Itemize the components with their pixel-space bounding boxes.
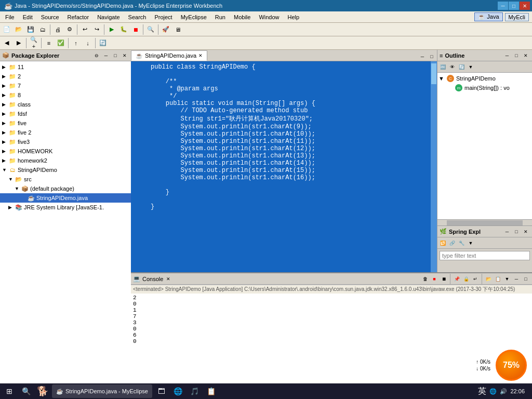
spring-tool-1[interactable]: 🔁 — [438, 239, 447, 247]
prev-annotation[interactable]: ↑ — [70, 37, 82, 49]
tree-item-class[interactable]: ▶ 📁 class — [0, 100, 131, 109]
tree-item-7[interactable]: ▶ 📁 7 — [0, 81, 131, 90]
outline-maximize-button[interactable]: □ — [512, 51, 521, 60]
menu-navigate[interactable]: Navigate — [93, 13, 124, 21]
forward-button[interactable]: ▶ — [13, 37, 24, 49]
menu-myeclipse[interactable]: MyEclipse — [177, 13, 211, 21]
tree-item-homework[interactable]: ▶ 📁 HOMEWORK — [0, 147, 131, 156]
editor-maximize-button[interactable]: □ — [428, 52, 436, 61]
console-scroll-lock[interactable]: 🔒 — [462, 275, 470, 283]
extra-app-button[interactable]: 📋 — [204, 384, 219, 398]
menu-help[interactable]: Help — [284, 13, 304, 21]
spring-close-button[interactable]: ✕ — [522, 228, 530, 236]
music-button[interactable]: 🎵 — [188, 384, 202, 398]
tree-item-fdsf[interactable]: ▶ 📁 fdsf — [0, 109, 131, 118]
outline-sort-button[interactable]: 🔤 — [438, 63, 447, 71]
outline-scrollbar-thumb-h[interactable] — [447, 220, 523, 225]
menu-edit[interactable]: Edit — [19, 13, 37, 21]
search-button[interactable]: 🔍 — [145, 24, 156, 35]
stop-button[interactable]: ⏹ — [130, 24, 141, 35]
redo-button[interactable]: ↪ — [91, 24, 102, 35]
outline-minimize-button[interactable]: ─ — [503, 51, 511, 60]
outline-toggle[interactable]: ≡ — [43, 37, 55, 49]
tree-item-default-package[interactable]: ▼ 📦 (default package) — [0, 184, 131, 193]
console-view-menu[interactable]: ▼ — [503, 275, 511, 283]
new-button[interactable]: 📄 — [1, 24, 12, 35]
outline-filter-button[interactable]: ▼ — [467, 63, 475, 71]
menu-source[interactable]: Source — [37, 13, 63, 21]
outline-close-button[interactable]: ✕ — [522, 51, 530, 60]
maximize-button[interactable]: □ — [509, 2, 519, 10]
panel-maximize-button[interactable]: □ — [111, 51, 119, 60]
collapse-all-button[interactable]: ⊖ — [92, 51, 101, 60]
panel-minimize-button[interactable]: ─ — [102, 51, 110, 60]
java-perspective-button[interactable]: ☕ Java — [474, 12, 502, 21]
outline-item-main[interactable]: m main(String[]) : vo — [438, 83, 531, 92]
spring-maximize-button[interactable]: □ — [512, 228, 521, 236]
console-maximize-button[interactable]: □ — [522, 275, 530, 283]
editor-minimize-button[interactable]: ─ — [418, 52, 427, 61]
zoom-in-button[interactable]: 🔍+ — [28, 37, 39, 49]
start-button[interactable]: ⊞ — [2, 384, 17, 398]
tree-item-stringapidemo-java[interactable]: ☕ StringAPIDemo.java — [0, 193, 131, 203]
taskbar-eclipse-app[interactable]: ☕ StringAPIDemo.java - MyEclipse — [52, 384, 152, 398]
spring-minimize-button[interactable]: ─ — [503, 228, 511, 236]
deploy-button[interactable]: 🚀 — [160, 24, 171, 35]
editor-code-area[interactable]: public class StringAPIDemo { /** * @para… — [131, 61, 431, 272]
menu-file[interactable]: File — [1, 13, 19, 21]
menu-mobile[interactable]: Mobile — [230, 13, 255, 21]
server-button[interactable]: 🖥 — [172, 24, 183, 35]
tree-item-five[interactable]: ▶ 📁 five — [0, 118, 131, 128]
next-annotation[interactable]: ↓ — [82, 37, 94, 49]
task-button[interactable]: ✅ — [55, 37, 66, 49]
outline-item-class[interactable]: ▼ C StringAPIDemo — [438, 74, 531, 83]
save-button[interactable]: 💾 — [25, 24, 36, 35]
console-pin-button[interactable]: 📌 — [453, 275, 461, 283]
console-stop-button[interactable]: ■ — [430, 275, 438, 283]
editor-tab-stringapidemo[interactable]: ☕ StringAPIDemo.java ✕ — [131, 50, 207, 61]
save-all-button[interactable]: 🗂 — [37, 24, 48, 35]
tree-item-src[interactable]: ▼ 📂 src — [0, 175, 131, 184]
tree-item-8[interactable]: ▶ 📁 8 — [0, 90, 131, 100]
properties-button[interactable]: ⚙ — [64, 24, 75, 35]
tab-close-button[interactable]: ✕ — [198, 53, 203, 58]
console-open-file[interactable]: 📂 — [484, 275, 493, 283]
myeclipse-perspective-button[interactable]: MyEcli — [505, 13, 529, 21]
menu-window[interactable]: Window — [255, 13, 283, 21]
console-word-wrap[interactable]: ↵ — [471, 275, 480, 283]
task-view-button[interactable]: 🗔 — [154, 384, 169, 398]
print-button[interactable]: 🖨 — [52, 24, 63, 35]
outline-scrollbar-h[interactable] — [437, 219, 532, 225]
tree-item-five3[interactable]: ▶ 📁 five3 — [0, 137, 131, 147]
run-button[interactable]: ▶ — [106, 24, 117, 35]
console-minimize-button[interactable]: ─ — [512, 275, 521, 283]
browser-button[interactable]: 🌐 — [171, 384, 185, 398]
outline-hide-button[interactable]: 👁 — [448, 63, 456, 71]
package-tree[interactable]: ▶ 📁 11 ▶ 📁 2 ▶ 📁 7 ▶ — [0, 61, 131, 387]
menu-refactor[interactable]: Refactor — [63, 13, 94, 21]
spring-filter-input[interactable] — [440, 251, 530, 260]
tree-item-homework2[interactable]: ▶ 📁 homework2 — [0, 156, 131, 165]
menu-project[interactable]: Project — [150, 13, 176, 21]
tree-item-jre-library[interactable]: ▶ 📚 JRE System Library [JavaSE-1. — [0, 203, 131, 212]
outline-sync-button[interactable]: 🔄 — [457, 63, 466, 71]
close-button[interactable]: ✕ — [520, 2, 530, 10]
undo-button[interactable]: ↩ — [79, 24, 90, 35]
console-clear-button[interactable]: 🗑 — [421, 275, 429, 283]
tree-item-11[interactable]: ▶ 📁 11 — [0, 62, 131, 72]
back-button[interactable]: ◀ — [1, 37, 12, 49]
tree-item-stringapidemo-project[interactable]: ▼ 🗂 StringAPIDemo — [0, 165, 131, 175]
tree-item-2[interactable]: ▶ 📁 2 — [0, 72, 131, 81]
menu-run[interactable]: Run — [211, 13, 230, 21]
open-button[interactable]: 📂 — [13, 24, 24, 35]
panel-close-button[interactable]: ✕ — [121, 51, 129, 60]
search-taskbar-button[interactable]: 🔍 — [19, 384, 33, 398]
minimize-button[interactable]: ─ — [498, 2, 508, 10]
scrollbar-thumb[interactable] — [431, 63, 436, 84]
spring-tool-3[interactable]: 🔧 — [457, 239, 466, 247]
spring-tool-4[interactable]: ▼ — [467, 239, 475, 247]
cortana-button[interactable]: 🐕 — [35, 384, 50, 398]
sync-button[interactable]: 🔄 — [97, 37, 109, 49]
console-terminate-button[interactable]: ⏹ — [440, 275, 448, 283]
tree-item-five2[interactable]: ▶ 📁 five 2 — [0, 128, 131, 137]
